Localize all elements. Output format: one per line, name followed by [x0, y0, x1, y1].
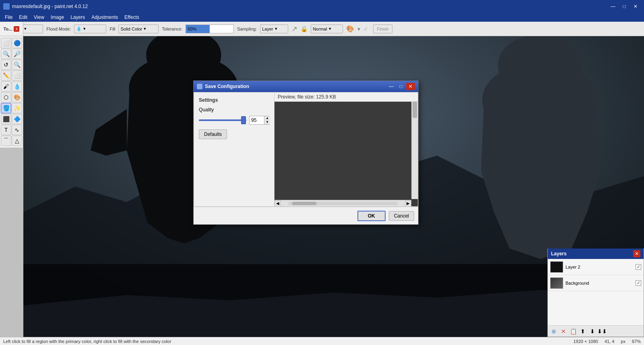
- quality-slider-thumb[interactable]: [241, 116, 246, 124]
- dialog-title-bar: Save Configuration — □ ✕: [194, 81, 418, 92]
- dialog-maximize-button[interactable]: □: [396, 83, 405, 90]
- preview-hscroll-thumb[interactable]: [292, 202, 316, 205]
- preview-svg: [275, 102, 418, 206]
- dialog-minimize-button[interactable]: —: [387, 83, 396, 90]
- scroll-left-arrow[interactable]: ◀: [275, 200, 281, 207]
- save-configuration-dialog: Save Configuration — □ ✕ Settings Qualit…: [193, 80, 419, 225]
- dialog-settings-panel: Settings Quality 95 ▲ ▼: [194, 92, 275, 206]
- preview-label: Preview, file size: 125.9 KB: [275, 92, 418, 102]
- preview-hscrollbar[interactable]: ◀ ▶: [275, 200, 411, 206]
- preview-area: ◀ ▶: [275, 102, 418, 206]
- quality-input[interactable]: 95: [250, 117, 264, 123]
- quality-label: Quality: [199, 107, 269, 113]
- scroll-right-arrow[interactable]: ▶: [405, 200, 411, 207]
- dialog-title-buttons: — □ ✕: [387, 83, 415, 90]
- dialog-preview-panel: Preview, file size: 125.9 KB ◀: [275, 92, 418, 206]
- dialog-content: Settings Quality 95 ▲ ▼: [194, 92, 418, 207]
- quality-slider-container[interactable]: [199, 116, 247, 124]
- quality-row: 95 ▲ ▼: [199, 116, 269, 125]
- cancel-button[interactable]: Cancel: [389, 211, 414, 221]
- spinbox-arrows: ▲ ▼: [264, 116, 270, 124]
- defaults-button[interactable]: Defaults: [199, 129, 227, 139]
- dialog-overlay: Save Configuration — □ ✕ Settings Qualit…: [0, 0, 644, 345]
- dialog-icon: [197, 84, 202, 89]
- spin-up-button[interactable]: ▲: [264, 116, 270, 120]
- quality-slider-fill: [199, 119, 244, 121]
- svg-rect-5: [275, 102, 418, 206]
- preview-vscrollbar[interactable]: [411, 102, 418, 199]
- spin-down-button[interactable]: ▼: [264, 120, 270, 124]
- dialog-close-button[interactable]: ✕: [406, 83, 415, 90]
- dialog-title: Save Configuration: [205, 84, 249, 89]
- dialog-footer: OK Cancel: [194, 207, 418, 224]
- preview-vscrollbar-thumb[interactable]: [413, 102, 417, 118]
- quality-spinbox[interactable]: 95 ▲ ▼: [249, 116, 269, 125]
- settings-label: Settings: [199, 97, 269, 103]
- preview-hscroll-track[interactable]: [288, 202, 398, 205]
- dialog-title-left: Save Configuration: [197, 84, 249, 89]
- ok-button[interactable]: OK: [357, 211, 386, 221]
